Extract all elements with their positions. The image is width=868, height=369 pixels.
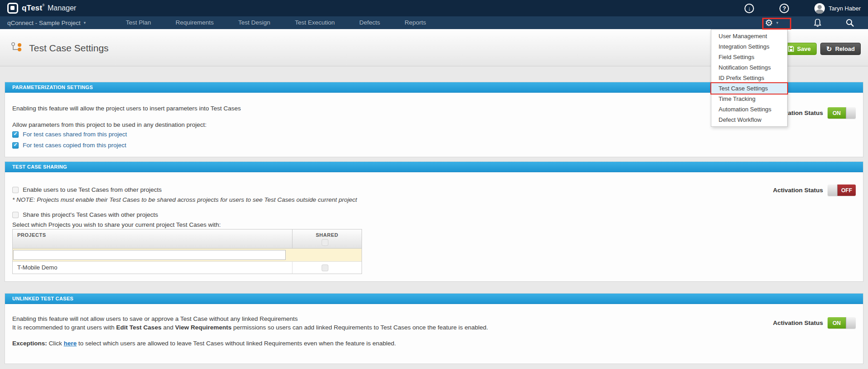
apps-grid-icon[interactable] xyxy=(711,5,719,12)
menu-item-time-tracking[interactable]: Time Tracking xyxy=(711,94,787,104)
toggle-on-label: ON xyxy=(828,317,846,329)
main-nav: Test Plan Requirements Test Design Test … xyxy=(114,16,438,29)
unlinked-test-cases-section: UNLINKED TEST CASES Enabling this featur… xyxy=(5,293,863,364)
nav-test-execution[interactable]: Test Execution xyxy=(283,16,347,29)
sharing-section-header: TEST CASE SHARING xyxy=(5,162,863,172)
shared-column-header: SHARED xyxy=(316,232,338,238)
exceptions-pre: Click xyxy=(47,340,64,347)
brand-product: Manager xyxy=(48,4,76,12)
nav-reports[interactable]: Reports xyxy=(392,16,438,29)
nav-test-design[interactable]: Test Design xyxy=(226,16,283,29)
qtest-logo[interactable]: qTest® Manager xyxy=(7,3,76,14)
parameterization-activation-toggle[interactable]: ON xyxy=(828,107,856,119)
project-filter-input[interactable] xyxy=(13,250,286,260)
gear-icon: ⚙ xyxy=(765,18,773,27)
projects-column-header: PROJECTS xyxy=(13,229,293,248)
line2-mid: and xyxy=(161,324,175,331)
exceptions-line: Exceptions: Click here to select which u… xyxy=(12,340,396,347)
user-name[interactable]: Taryn Haber xyxy=(828,5,861,12)
topbar: qTest® Manager ↓ ? Taryn Haber xyxy=(0,0,868,16)
nav-defects[interactable]: Defects xyxy=(347,16,392,29)
reload-icon: ↻ xyxy=(826,45,832,52)
share-table-filter-row xyxy=(13,249,362,262)
settings-dropdown-menu: User Management Integration Settings Fie… xyxy=(711,29,788,127)
allow-parameters-label: Allow parameters from this project to be… xyxy=(12,121,207,128)
qtest-logo-icon xyxy=(7,3,18,14)
nav-test-plan[interactable]: Test Plan xyxy=(114,16,164,29)
parameterization-description: Enabling this feature will allow the pro… xyxy=(12,105,241,112)
enable-use-testcases-checkbox[interactable] xyxy=(12,187,19,193)
activation-status-label: Activation Status xyxy=(773,319,823,326)
gear-caret-icon: ▾ xyxy=(776,20,779,25)
toggle-knob xyxy=(846,107,856,119)
topbar-actions: ↓ ? Taryn Haber xyxy=(711,0,861,16)
line2-bold-edit: Edit Test Cases xyxy=(116,324,162,331)
test-case-sharing-section: TEST CASE SHARING Enable users to use Te… xyxy=(5,161,863,282)
activation-status-label: Activation Status xyxy=(773,187,823,194)
share-table-header: PROJECTS SHARED xyxy=(13,229,362,249)
toggle-on-label: ON xyxy=(828,107,846,119)
exceptions-post: to select which users are allowed to lea… xyxy=(77,340,396,347)
brand-name: qTest xyxy=(22,4,42,12)
copied-testcases-label: For test cases copied from this project xyxy=(23,142,126,149)
menu-item-id-prefix-settings[interactable]: ID Prefix Settings xyxy=(711,73,787,83)
shared-testcases-checkbox[interactable] xyxy=(12,131,19,138)
toggle-off-label: OFF xyxy=(838,184,856,196)
user-avatar[interactable] xyxy=(814,3,825,14)
shared-select-all-checkbox[interactable] xyxy=(322,239,328,246)
share-project-testcases-checkbox[interactable] xyxy=(12,212,19,218)
exceptions-here-link[interactable]: here xyxy=(64,340,77,347)
copied-testcases-checkbox[interactable] xyxy=(12,142,19,149)
exceptions-label: Exceptions: xyxy=(12,340,47,347)
select-projects-label: Select which Projects you wish to share … xyxy=(12,221,221,228)
menu-item-automation-settings[interactable]: Automation Settings xyxy=(711,104,787,115)
menu-item-test-case-settings[interactable]: Test Case Settings xyxy=(711,83,787,94)
settings-gear-button[interactable]: ⚙ ▾ xyxy=(765,16,778,29)
sharing-activation-toggle[interactable]: OFF xyxy=(828,184,856,196)
table-row: T-Mobile Demo xyxy=(13,262,362,274)
help-icon[interactable]: ? xyxy=(779,4,789,13)
chevron-down-icon: ▾ xyxy=(84,20,86,25)
line2-post: permissions so users can add linked Requ… xyxy=(232,324,488,331)
shared-testcases-label: For test cases shared from this project xyxy=(23,131,127,138)
menu-item-notification-settings[interactable]: Notification Settings xyxy=(711,62,787,73)
toggle-knob xyxy=(846,317,856,329)
project-selector[interactable]: qConnect - Sample Project ▾ xyxy=(7,16,86,29)
unlinked-line2: It is recommended to grant users with Ed… xyxy=(12,324,488,331)
toggle-knob xyxy=(828,184,838,196)
nav-requirements[interactable]: Requirements xyxy=(164,16,226,29)
test-case-settings-icon xyxy=(11,41,23,55)
enable-use-testcases-label: Enable users to use Test Cases from othe… xyxy=(23,186,162,193)
unlinked-section-header: UNLINKED TEST CASES xyxy=(5,294,863,304)
menu-item-user-management[interactable]: User Management xyxy=(711,31,787,41)
menu-item-field-settings[interactable]: Field Settings xyxy=(711,52,787,62)
save-floppy-icon xyxy=(788,46,794,52)
sharing-note: * NOTE: Projects must enable their Test … xyxy=(12,196,357,203)
menu-item-integration-settings[interactable]: Integration Settings xyxy=(711,41,787,52)
search-icon[interactable] xyxy=(845,18,854,29)
registered-mark: ® xyxy=(42,4,45,7)
navbar: qConnect - Sample Project ▾ Test Plan Re… xyxy=(0,16,868,29)
notifications-bell-icon[interactable] xyxy=(813,18,822,29)
unlinked-activation-toggle[interactable]: ON xyxy=(828,317,856,329)
save-button-label: Save xyxy=(797,45,811,52)
page-title: Test Case Settings xyxy=(29,43,109,54)
line2-pre: It is recommended to grant users with xyxy=(12,324,116,331)
project-selector-label: qConnect - Sample Project xyxy=(7,20,80,26)
project-name-cell: T-Mobile Demo xyxy=(13,262,293,274)
download-icon[interactable]: ↓ xyxy=(744,4,754,13)
reload-button-label: Reload xyxy=(835,45,855,52)
share-project-testcases-label: Share this project's Test Cases with oth… xyxy=(23,211,158,218)
menu-item-defect-workflow[interactable]: Defect Workflow xyxy=(711,115,787,125)
line2-bold-view: View Requirements xyxy=(175,324,231,331)
share-projects-table: PROJECTS SHARED T-Mobile Demo xyxy=(12,229,362,274)
row-shared-checkbox[interactable] xyxy=(322,264,328,271)
reload-button[interactable]: ↻ Reload xyxy=(820,43,861,55)
unlinked-line1: Enabling this feature will not allow use… xyxy=(12,315,298,322)
